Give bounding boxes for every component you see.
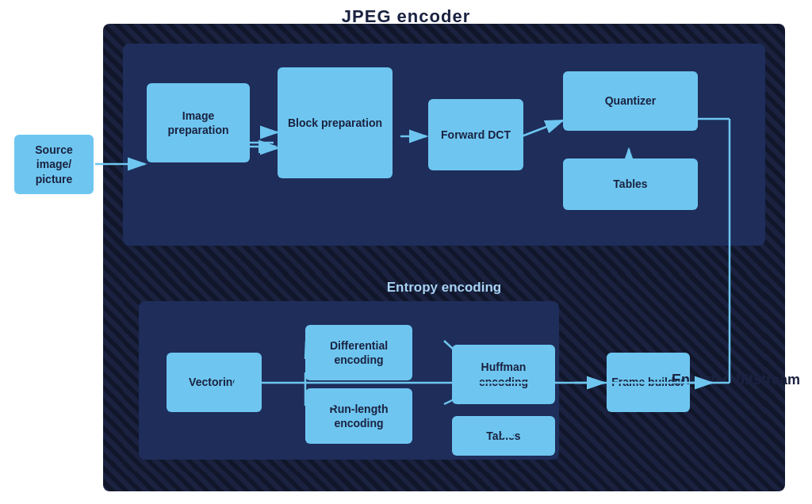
run-length-encoding-box: Run-length encoding xyxy=(305,388,412,444)
main-container: JPEG encoder Image preparation Block pre… xyxy=(0,0,812,504)
forward-dct-box: Forward DCT xyxy=(428,99,523,170)
tables-bottom-box: Tables xyxy=(452,416,555,456)
top-section: Image preparation Block preparation Forw… xyxy=(123,44,765,246)
vectoring-box: Vectoring xyxy=(167,353,262,412)
source-image-box: Source image/ picture xyxy=(14,135,94,194)
huffman-encoding-box: Huffman encoding xyxy=(452,345,555,404)
entropy-label: Entropy encoding xyxy=(123,280,765,296)
tables-top-box: Tables xyxy=(563,158,698,210)
quantizer-box: Quantizer xyxy=(563,71,698,131)
jpeg-encoder-label: JPEG encoder xyxy=(0,6,812,27)
block-preparation-box: Block preparation xyxy=(278,67,393,178)
encoded-bitstream-label: Encoded bitstream xyxy=(672,371,800,389)
entropy-inner-box: Vectoring Differential encoding Run-leng… xyxy=(139,301,559,460)
differential-encoding-box: Differential encoding xyxy=(305,325,412,380)
image-preparation-box: Image preparation xyxy=(147,83,250,162)
